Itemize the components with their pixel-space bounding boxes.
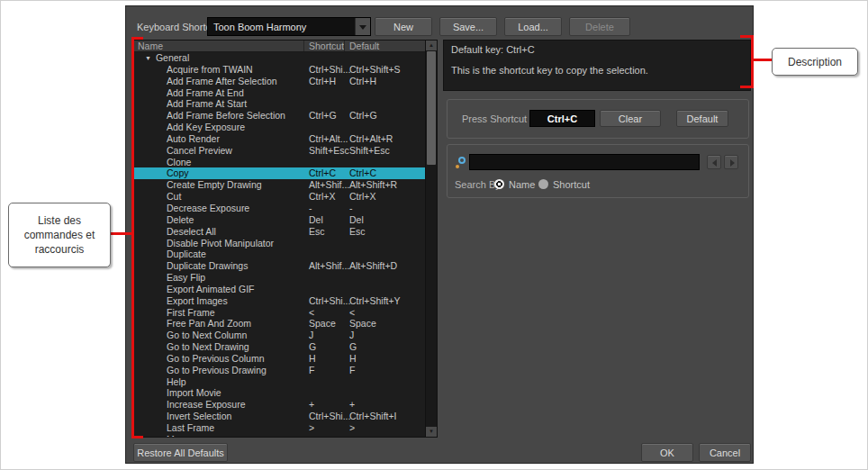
- row-default: G: [349, 341, 357, 352]
- save-button[interactable]: Save...: [439, 17, 497, 36]
- list-scrollbar[interactable]: ▲ ▼: [425, 41, 437, 437]
- column-header-default[interactable]: Default: [349, 41, 379, 51]
- row-shortcut: Space: [309, 318, 336, 329]
- table-row[interactable]: Free Pan And ZoomSpaceSpace: [134, 318, 425, 330]
- row-name: Add Frame At End: [167, 87, 244, 98]
- row-name: Export Animated GIF: [167, 284, 254, 294]
- table-row[interactable]: Export ImagesCtrl+Shi...Ctrl+Shift+Y: [134, 295, 425, 307]
- row-name: ▼General: [145, 52, 189, 63]
- table-row[interactable]: Add Frame Before SelectionCtrl+GCtrl+G: [134, 110, 425, 122]
- table-row[interactable]: Disable Pivot Manipulator: [134, 238, 425, 249]
- radio-shortcut-label[interactable]: Shortcut: [553, 179, 590, 190]
- default-button[interactable]: Default: [676, 110, 728, 127]
- table-row[interactable]: Deselect AllEscEsc: [134, 226, 425, 238]
- table-group-row[interactable]: ▼General: [134, 52, 425, 64]
- row-name: Go to Previous Column: [167, 353, 265, 364]
- row-name: Duplicate Drawings: [167, 260, 248, 271]
- table-row[interactable]: Merge: [134, 434, 425, 437]
- table-row[interactable]: Last Frame>>: [134, 422, 425, 434]
- prev-result-button[interactable]: [707, 155, 721, 169]
- table-row[interactable]: Go to Previous DrawingFF: [134, 365, 425, 376]
- column-header-name[interactable]: Name: [138, 41, 163, 51]
- next-result-button[interactable]: [724, 155, 738, 169]
- table-row[interactable]: Clone: [134, 157, 425, 168]
- table-row[interactable]: Duplicate: [134, 249, 425, 260]
- table-row[interactable]: Acquire from TWAINCtrl+Shi...Ctrl+Shift+…: [134, 64, 425, 76]
- row-name: Clone: [167, 157, 191, 167]
- table-row[interactable]: Add Frame At End: [134, 87, 425, 99]
- row-default: Ctrl+Shift+I: [349, 411, 397, 421]
- row-name: Auto Render: [167, 133, 220, 144]
- load-button[interactable]: Load...: [504, 17, 562, 36]
- table-row[interactable]: Invert SelectionCtrl+Shi...Ctrl+Shift+I: [134, 411, 425, 422]
- row-name: Last Frame: [167, 422, 214, 433]
- preset-select[interactable]: Toon Boom Harmony: [207, 17, 371, 36]
- row-default: F: [349, 365, 355, 375]
- table-row[interactable]: Cancel PreviewShift+EscShift+Esc: [134, 145, 425, 157]
- radio-shortcut[interactable]: [538, 179, 548, 189]
- table-row[interactable]: Go to Previous ColumnHH: [134, 353, 425, 365]
- radio-name-label[interactable]: Name: [509, 179, 535, 190]
- row-default: Ctrl+G: [349, 110, 377, 121]
- delete-button: Delete: [569, 17, 630, 36]
- row-shortcut: +: [309, 399, 314, 410]
- row-default: Alt+Shift+R: [349, 179, 397, 190]
- table-row[interactable]: Auto RenderCtrl+Alt...Ctrl+Alt+R: [134, 133, 425, 145]
- table-row[interactable]: Import Movie: [134, 387, 425, 399]
- collapse-triangle-icon[interactable]: ▼: [145, 55, 151, 61]
- table-row[interactable]: Create Empty DrawingAlt+Shif...Alt+Shift…: [134, 179, 425, 191]
- table-row[interactable]: CopyCtrl+CCtrl+C: [134, 167, 425, 179]
- table-row[interactable]: Duplicate DrawingsAlt+Shif...Alt+Shift+D: [134, 260, 425, 272]
- row-shortcut: Ctrl+C: [309, 167, 336, 178]
- restore-all-defaults-button[interactable]: Restore All Defaults: [133, 443, 228, 462]
- row-name: Disable Pivot Manipulator: [167, 238, 274, 249]
- scroll-down-icon[interactable]: ▼: [426, 427, 437, 437]
- row-shortcut: Del: [309, 214, 323, 225]
- new-button[interactable]: New: [375, 17, 432, 36]
- row-name: Easy Flip: [167, 272, 205, 283]
- table-row[interactable]: Add Frame After SelectionCtrl+HCtrl+H: [134, 76, 425, 87]
- row-name: Acquire from TWAIN: [167, 64, 253, 75]
- table-row[interactable]: Export Animated GIF: [134, 284, 425, 295]
- row-shortcut: H: [309, 353, 316, 364]
- table-row[interactable]: DeleteDelDel: [134, 214, 425, 226]
- row-shortcut: >: [309, 422, 314, 433]
- row-default: +: [349, 399, 355, 410]
- radio-name[interactable]: [494, 179, 504, 189]
- row-default: -: [349, 203, 353, 213]
- clear-button[interactable]: Clear: [600, 110, 661, 127]
- shortcut-key-field[interactable]: Ctrl+C: [529, 110, 595, 127]
- column-header-shortcut[interactable]: Shortcut: [309, 41, 344, 51]
- scroll-up-icon[interactable]: ▲: [426, 41, 437, 50]
- row-shortcut: Ctrl+Shi...: [309, 295, 350, 306]
- callout-description-label: Description: [772, 48, 858, 76]
- row-default: Del: [349, 214, 364, 225]
- search-group: Search By: Name Shortcut: [447, 144, 749, 198]
- table-row[interactable]: Easy Flip: [134, 272, 425, 284]
- scrollbar-thumb[interactable]: [427, 51, 436, 165]
- row-shortcut: Shift+Esc: [309, 145, 349, 156]
- row-name: Add Frame After Selection: [167, 76, 277, 86]
- row-name: Export Images: [167, 295, 228, 306]
- table-row[interactable]: Help: [134, 376, 425, 388]
- table-row[interactable]: CutCtrl+XCtrl+X: [134, 191, 425, 203]
- shortcut-list-rows: ▼GeneralAcquire from TWAINCtrl+Shi...Ctr…: [134, 52, 425, 437]
- cancel-button[interactable]: Cancel: [699, 443, 751, 462]
- keyboard-shortcuts-dialog: Keyboard Shortcuts: Toon Boom Harmony Ne…: [125, 5, 754, 464]
- chevron-down-icon[interactable]: [355, 18, 370, 35]
- table-row[interactable]: Decrease Exposure--: [134, 203, 425, 214]
- ok-button[interactable]: OK: [641, 443, 693, 462]
- preset-value: Toon Boom Harmony: [213, 22, 306, 32]
- table-row[interactable]: Go to Next DrawingGG: [134, 341, 425, 353]
- row-default: Ctrl+Shift+Y: [349, 295, 401, 306]
- row-default: Esc: [349, 226, 366, 237]
- table-row[interactable]: Add Frame At Start: [134, 98, 425, 110]
- row-shortcut: Ctrl+G: [309, 110, 337, 121]
- table-row[interactable]: Increase Exposure++: [134, 399, 425, 411]
- search-input[interactable]: [469, 154, 700, 170]
- row-default: >: [349, 422, 355, 433]
- row-name: Deselect All: [167, 226, 216, 237]
- table-row[interactable]: First Frame<<: [134, 307, 425, 319]
- table-row[interactable]: Add Key Exposure: [134, 122, 425, 133]
- table-row[interactable]: Go to Next ColumnJJ: [134, 330, 425, 341]
